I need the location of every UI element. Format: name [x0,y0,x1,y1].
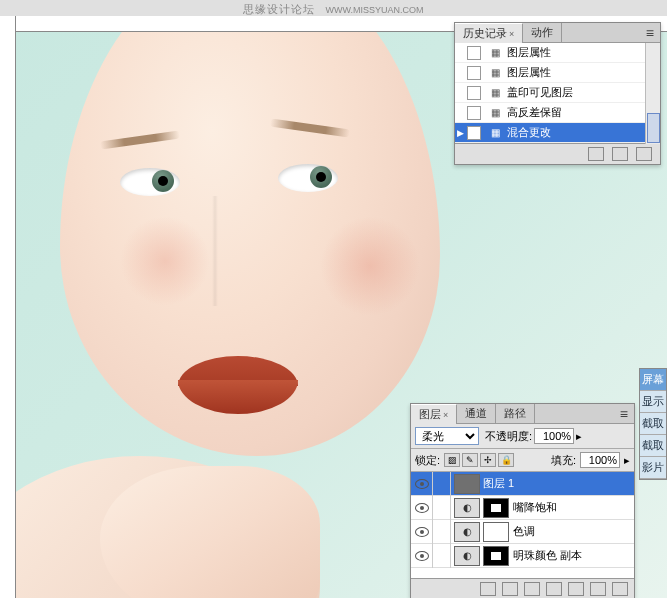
tab-history[interactable]: 历史记录× [455,23,523,43]
link-icon[interactable] [480,582,496,596]
layer-thumbnail[interactable] [454,474,480,494]
portrait-image [0,16,460,598]
eye-icon [415,527,429,537]
opacity-label: 不透明度: [485,429,532,444]
new-doc-from-state-icon[interactable] [588,147,604,161]
lock-pixels-icon[interactable]: ✎ [462,453,478,467]
adjust-icon[interactable] [546,582,562,596]
fx-icon[interactable] [502,582,518,596]
close-icon[interactable]: × [509,29,514,39]
history-label: 图层属性 [507,45,551,60]
watermark-text: 思缘设计论坛 [243,3,315,15]
history-item[interactable]: ▦ 图层属性 [455,63,660,83]
layer-icon: ▦ [487,66,503,80]
tab-channels[interactable]: 通道 [457,404,496,423]
history-item[interactable]: ▶ ▦ 混合更改 [455,123,660,143]
history-snapshot-checkbox[interactable] [467,66,481,80]
lock-row: 锁定: ▨ ✎ ✢ 🔒 填充: ▸ [411,449,634,472]
panel-menu-icon[interactable] [640,25,660,41]
lock-all-icon[interactable]: 🔒 [498,453,514,467]
docked-panel-tab[interactable]: 截取 [640,413,666,435]
history-list: ▦ 图层属性 ▦ 图层属性 ▦ 盖印可见图层 ▦ 高反差保留 ▶ ▦ 混合更改 [455,43,660,143]
opacity-input[interactable] [534,428,574,444]
layer-list: 图层 1 ◐ 嘴降饱和 ◐ 色调 ◐ 明珠颜色 副本 [411,472,634,578]
link-col[interactable] [433,496,451,520]
docked-panel-tab[interactable]: 屏幕 [640,369,666,391]
ruler-vertical[interactable] [0,16,16,598]
layers-footer [411,578,634,598]
lock-label: 锁定: [415,453,440,468]
stamp-icon: ▦ [487,126,503,140]
history-label: 盖印可见图层 [507,85,573,100]
history-snapshot-checkbox[interactable] [467,86,481,100]
eye-icon [415,503,429,513]
layer-name: 图层 1 [483,476,514,491]
current-step-arrow-icon: ▶ [457,128,467,138]
visibility-toggle[interactable] [411,544,433,568]
lock-position-icon[interactable]: ✢ [480,453,496,467]
fill-input[interactable] [580,452,620,468]
history-item[interactable]: ▦ 盖印可见图层 [455,83,660,103]
adjustment-icon[interactable]: ◐ [454,522,480,542]
visibility-toggle[interactable] [411,472,433,496]
docked-panels: 屏幕 显示 截取 截取 影片 [639,368,667,480]
eye-icon [415,479,429,489]
watermark: 思缘设计论坛 WWW.MISSYUAN.COM [0,2,667,17]
scrollbar[interactable] [645,43,660,144]
history-label: 高反差保留 [507,105,562,120]
tab-layers[interactable]: 图层× [411,404,457,424]
folder-icon[interactable] [568,582,584,596]
layer-row[interactable]: ◐ 明珠颜色 副本 [411,544,634,568]
history-snapshot-checkbox[interactable] [467,46,481,60]
mask-thumbnail[interactable] [483,522,509,542]
fill-label: 填充: [551,453,576,468]
link-col[interactable] [433,544,451,568]
layer-controls: 柔光 不透明度: ▸ [411,424,634,449]
fill-arrow-icon[interactable]: ▸ [624,454,630,467]
adjustment-icon[interactable]: ◐ [454,498,480,518]
opacity-arrow-icon[interactable]: ▸ [576,430,582,443]
link-col[interactable] [433,520,451,544]
layer-name: 明珠颜色 副本 [513,548,582,563]
history-label: 图层属性 [507,65,551,80]
mask-thumbnail[interactable] [483,498,509,518]
history-footer [455,143,660,164]
layer-row[interactable]: ◐ 色调 [411,520,634,544]
layer-name: 嘴降饱和 [513,500,557,515]
layer-row[interactable]: 图层 1 [411,472,634,496]
lock-transparent-icon[interactable]: ▨ [444,453,460,467]
history-item[interactable]: ▦ 图层属性 [455,43,660,63]
panel-menu-icon[interactable] [614,406,634,422]
docked-panel-tab[interactable]: 影片 [640,457,666,479]
history-item[interactable]: ▦ 高反差保留 [455,103,660,123]
mask-icon[interactable] [524,582,540,596]
mask-thumbnail[interactable] [483,546,509,566]
trash-icon[interactable] [612,582,628,596]
scroll-thumb[interactable] [647,113,660,143]
new-layer-icon[interactable] [590,582,606,596]
tab-actions[interactable]: 动作 [523,23,562,42]
history-label: 混合更改 [507,125,551,140]
blend-mode-select[interactable]: 柔光 [415,427,479,445]
adjustment-icon[interactable]: ◐ [454,546,480,566]
link-col[interactable] [433,472,451,496]
close-icon[interactable]: × [443,410,448,420]
history-snapshot-checkbox[interactable] [467,126,481,140]
stamp-icon: ▦ [487,86,503,100]
docked-panel-tab[interactable]: 截取 [640,435,666,457]
eye-icon [415,551,429,561]
visibility-toggle[interactable] [411,496,433,520]
trash-icon[interactable] [636,147,652,161]
layer-icon: ▦ [487,46,503,60]
docked-panel-tab[interactable]: 显示 [640,391,666,413]
history-panel: 历史记录× 动作 ▦ 图层属性 ▦ 图层属性 ▦ 盖印可见图层 ▦ 高反差保留 … [454,22,661,165]
tab-paths[interactable]: 路径 [496,404,535,423]
stamp-icon: ▦ [487,106,503,120]
watermark-url: WWW.MISSYUAN.COM [326,5,424,15]
visibility-toggle[interactable] [411,520,433,544]
history-snapshot-checkbox[interactable] [467,106,481,120]
layer-row[interactable]: ◐ 嘴降饱和 [411,496,634,520]
snapshot-icon[interactable] [612,147,628,161]
layer-name: 色调 [513,524,535,539]
layers-panel: 图层× 通道 路径 柔光 不透明度: ▸ 锁定: ▨ ✎ ✢ 🔒 填充: ▸ 图… [410,403,635,598]
